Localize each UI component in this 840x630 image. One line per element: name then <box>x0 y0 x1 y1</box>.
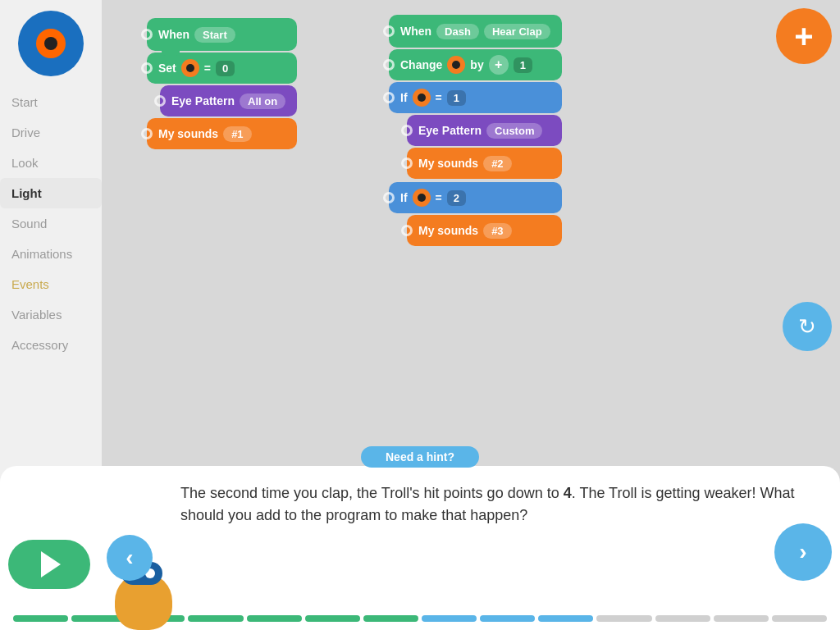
sidebar-item-events[interactable]: Events <box>0 269 102 299</box>
set-label: Set <box>158 62 176 75</box>
notch-bottom-1 <box>162 48 180 56</box>
hint-button[interactable]: Need a hint? <box>361 446 479 468</box>
avatar <box>14 7 88 80</box>
if-label-1: If <box>400 91 408 104</box>
sidebar-item-drive[interactable]: Drive <box>0 117 102 148</box>
sidebar-item-sound[interactable]: Sound <box>0 208 102 239</box>
sidebar-item-accessory[interactable]: Accessory <box>0 330 102 360</box>
progress-segment-9 <box>538 615 593 622</box>
connector-sounds-1 <box>141 128 153 139</box>
connector-eye-pattern-1 <box>154 95 166 107</box>
custom-pill: Custom <box>486 123 542 139</box>
equals-2: = <box>436 91 442 104</box>
text-part1: The second time you clap, the Troll's hi… <box>180 485 564 501</box>
play-button[interactable] <box>8 540 90 589</box>
my-sounds-label-1: My sounds <box>158 127 218 140</box>
connector-change <box>383 59 395 71</box>
my-sounds-label-2: My sounds <box>418 157 478 170</box>
next-icon: › <box>799 539 806 565</box>
hash3-pill: #3 <box>483 223 511 239</box>
progress-segment-11 <box>655 615 710 622</box>
sidebar-item-light[interactable]: Light <box>0 178 102 208</box>
connector-if-2 <box>383 192 395 203</box>
hash2-pill: #2 <box>483 156 511 171</box>
connector-when-dash <box>383 25 395 37</box>
block-group-2: When Dash Hear Clap Change by + 1 If = 1… <box>389 15 562 246</box>
text-bold: 4 <box>564 485 572 501</box>
block-group-1: When Start Set = 0 Eye Pattern All on My… <box>147 18 297 149</box>
progress-segment-3 <box>188 615 243 622</box>
connector-sounds-3 <box>401 225 413 236</box>
all-on-pill: All on <box>240 94 285 109</box>
by-label: by <box>470 58 483 71</box>
progress-segment-0 <box>13 615 68 622</box>
hear-clap-pill: Hear Clap <box>484 24 550 39</box>
refresh-button[interactable]: ↻ <box>783 302 832 351</box>
if-label-2: If <box>400 191 408 204</box>
play-icon <box>41 551 61 578</box>
one-val-2: 1 <box>447 90 466 106</box>
hash1-pill: #1 <box>223 126 251 142</box>
next-button[interactable]: › <box>774 523 832 581</box>
progress-segment-4 <box>247 615 302 622</box>
connector-eye-pattern-2 <box>401 125 413 136</box>
my-sounds-label-3: My sounds <box>418 224 478 237</box>
zero-val: 0 <box>216 61 235 76</box>
progress-segment-13 <box>772 615 827 622</box>
start-pill: Start <box>194 27 235 43</box>
connector-when-start <box>141 29 153 40</box>
eye-pattern-label-2: Eye Pattern <box>418 124 482 137</box>
change-label: Change <box>400 58 442 71</box>
sidebar-item-look[interactable]: Look <box>0 148 102 178</box>
connector-set <box>141 62 153 74</box>
equals-1: = <box>204 62 211 75</box>
prev-icon: ‹ <box>126 545 133 571</box>
prev-button[interactable]: ‹ <box>107 535 153 581</box>
eye-icon-4 <box>413 189 431 207</box>
sidebar-item-animations[interactable]: Animations <box>0 239 102 269</box>
progress-segment-6 <box>363 615 418 622</box>
plus-operator: + <box>489 55 509 75</box>
add-block-button[interactable]: + <box>776 8 832 64</box>
eye-icon-2 <box>447 56 465 74</box>
progress-segment-12 <box>714 615 769 622</box>
sidebar-nav: Start Drive Look Light Sound Animations … <box>0 87 102 360</box>
dash-pill: Dash <box>436 24 479 39</box>
progress-segment-5 <box>305 615 360 622</box>
sidebar-item-start[interactable]: Start <box>0 87 102 117</box>
when-label-2: When <box>400 25 431 38</box>
two-val: 2 <box>447 190 466 206</box>
progress-segment-7 <box>422 615 477 622</box>
eye-icon-3 <box>413 89 431 107</box>
eye-pattern-label-1: Eye Pattern <box>171 94 235 107</box>
refresh-icon: ↻ <box>798 314 816 340</box>
connector-sounds-2 <box>401 158 413 169</box>
equals-3: = <box>436 191 442 204</box>
plus-icon: + <box>794 18 813 55</box>
sidebar-item-variables[interactable]: Variables <box>0 299 102 330</box>
when-label: When <box>158 28 189 41</box>
one-val: 1 <box>514 57 532 73</box>
progress-segment-10 <box>596 615 651 622</box>
eye-icon-1 <box>181 59 199 77</box>
progress-segment-8 <box>480 615 535 622</box>
connector-if-1 <box>383 92 395 103</box>
